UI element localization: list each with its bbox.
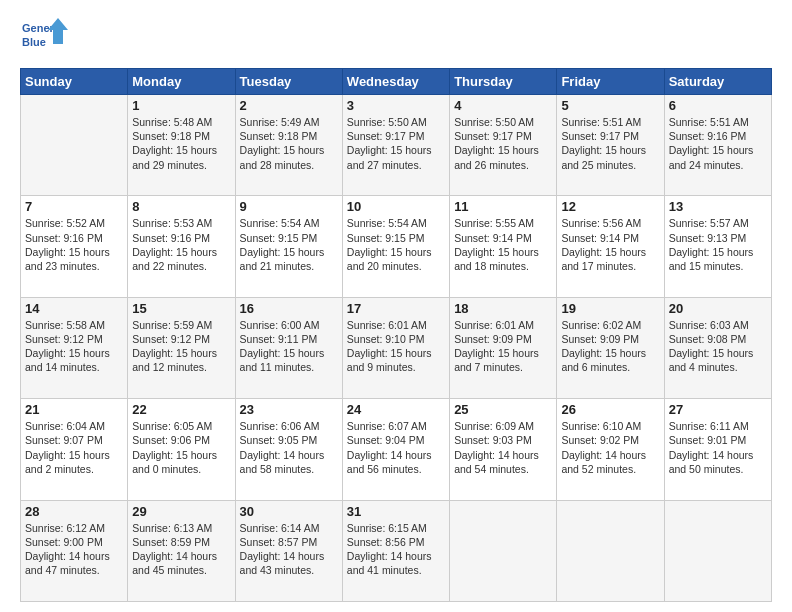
calendar-header-friday: Friday — [557, 69, 664, 95]
day-number: 18 — [454, 301, 552, 316]
calendar-header-row: SundayMondayTuesdayWednesdayThursdayFrid… — [21, 69, 772, 95]
day-info: Sunrise: 5:51 AM Sunset: 9:16 PM Dayligh… — [669, 115, 767, 172]
calendar-cell: 7Sunrise: 5:52 AM Sunset: 9:16 PM Daylig… — [21, 196, 128, 297]
calendar-cell: 15Sunrise: 5:59 AM Sunset: 9:12 PM Dayli… — [128, 297, 235, 398]
day-info: Sunrise: 6:12 AM Sunset: 9:00 PM Dayligh… — [25, 521, 123, 578]
day-info: Sunrise: 6:02 AM Sunset: 9:09 PM Dayligh… — [561, 318, 659, 375]
day-number: 24 — [347, 402, 445, 417]
calendar-cell: 13Sunrise: 5:57 AM Sunset: 9:13 PM Dayli… — [664, 196, 771, 297]
day-info: Sunrise: 5:52 AM Sunset: 9:16 PM Dayligh… — [25, 216, 123, 273]
calendar-cell: 20Sunrise: 6:03 AM Sunset: 9:08 PM Dayli… — [664, 297, 771, 398]
calendar-cell: 9Sunrise: 5:54 AM Sunset: 9:15 PM Daylig… — [235, 196, 342, 297]
calendar-cell: 12Sunrise: 5:56 AM Sunset: 9:14 PM Dayli… — [557, 196, 664, 297]
week-row-5: 28Sunrise: 6:12 AM Sunset: 9:00 PM Dayli… — [21, 500, 772, 601]
day-number: 16 — [240, 301, 338, 316]
week-row-3: 14Sunrise: 5:58 AM Sunset: 9:12 PM Dayli… — [21, 297, 772, 398]
day-number: 1 — [132, 98, 230, 113]
day-number: 26 — [561, 402, 659, 417]
day-number: 19 — [561, 301, 659, 316]
day-info: Sunrise: 5:54 AM Sunset: 9:15 PM Dayligh… — [240, 216, 338, 273]
day-number: 25 — [454, 402, 552, 417]
day-info: Sunrise: 6:11 AM Sunset: 9:01 PM Dayligh… — [669, 419, 767, 476]
day-number: 15 — [132, 301, 230, 316]
day-number: 13 — [669, 199, 767, 214]
calendar-cell: 14Sunrise: 5:58 AM Sunset: 9:12 PM Dayli… — [21, 297, 128, 398]
day-info: Sunrise: 6:09 AM Sunset: 9:03 PM Dayligh… — [454, 419, 552, 476]
calendar-cell: 17Sunrise: 6:01 AM Sunset: 9:10 PM Dayli… — [342, 297, 449, 398]
calendar-cell: 4Sunrise: 5:50 AM Sunset: 9:17 PM Daylig… — [450, 95, 557, 196]
calendar-cell: 23Sunrise: 6:06 AM Sunset: 9:05 PM Dayli… — [235, 399, 342, 500]
calendar-cell: 25Sunrise: 6:09 AM Sunset: 9:03 PM Dayli… — [450, 399, 557, 500]
calendar-cell: 8Sunrise: 5:53 AM Sunset: 9:16 PM Daylig… — [128, 196, 235, 297]
calendar-cell: 26Sunrise: 6:10 AM Sunset: 9:02 PM Dayli… — [557, 399, 664, 500]
day-info: Sunrise: 6:01 AM Sunset: 9:09 PM Dayligh… — [454, 318, 552, 375]
day-info: Sunrise: 6:10 AM Sunset: 9:02 PM Dayligh… — [561, 419, 659, 476]
calendar: SundayMondayTuesdayWednesdayThursdayFrid… — [20, 68, 772, 602]
day-number: 20 — [669, 301, 767, 316]
calendar-cell: 18Sunrise: 6:01 AM Sunset: 9:09 PM Dayli… — [450, 297, 557, 398]
calendar-cell: 2Sunrise: 5:49 AM Sunset: 9:18 PM Daylig… — [235, 95, 342, 196]
calendar-cell: 6Sunrise: 5:51 AM Sunset: 9:16 PM Daylig… — [664, 95, 771, 196]
day-number: 5 — [561, 98, 659, 113]
calendar-cell: 10Sunrise: 5:54 AM Sunset: 9:15 PM Dayli… — [342, 196, 449, 297]
day-number: 9 — [240, 199, 338, 214]
header: General Blue — [20, 16, 772, 58]
week-row-1: 1Sunrise: 5:48 AM Sunset: 9:18 PM Daylig… — [21, 95, 772, 196]
page: General Blue SundayMondayTuesdayWednesda… — [0, 0, 792, 612]
day-info: Sunrise: 5:53 AM Sunset: 9:16 PM Dayligh… — [132, 216, 230, 273]
calendar-cell: 28Sunrise: 6:12 AM Sunset: 9:00 PM Dayli… — [21, 500, 128, 601]
day-number: 11 — [454, 199, 552, 214]
calendar-header-thursday: Thursday — [450, 69, 557, 95]
day-number: 4 — [454, 98, 552, 113]
calendar-cell: 29Sunrise: 6:13 AM Sunset: 8:59 PM Dayli… — [128, 500, 235, 601]
calendar-cell: 30Sunrise: 6:14 AM Sunset: 8:57 PM Dayli… — [235, 500, 342, 601]
day-info: Sunrise: 6:03 AM Sunset: 9:08 PM Dayligh… — [669, 318, 767, 375]
calendar-cell: 16Sunrise: 6:00 AM Sunset: 9:11 PM Dayli… — [235, 297, 342, 398]
day-info: Sunrise: 5:50 AM Sunset: 9:17 PM Dayligh… — [347, 115, 445, 172]
day-info: Sunrise: 5:48 AM Sunset: 9:18 PM Dayligh… — [132, 115, 230, 172]
day-info: Sunrise: 6:06 AM Sunset: 9:05 PM Dayligh… — [240, 419, 338, 476]
day-number: 27 — [669, 402, 767, 417]
logo-svg: General Blue — [20, 16, 70, 58]
day-info: Sunrise: 5:50 AM Sunset: 9:17 PM Dayligh… — [454, 115, 552, 172]
day-info: Sunrise: 6:01 AM Sunset: 9:10 PM Dayligh… — [347, 318, 445, 375]
calendar-cell: 27Sunrise: 6:11 AM Sunset: 9:01 PM Dayli… — [664, 399, 771, 500]
calendar-cell — [450, 500, 557, 601]
calendar-header-wednesday: Wednesday — [342, 69, 449, 95]
day-info: Sunrise: 5:49 AM Sunset: 9:18 PM Dayligh… — [240, 115, 338, 172]
calendar-cell — [557, 500, 664, 601]
day-number: 17 — [347, 301, 445, 316]
day-info: Sunrise: 6:05 AM Sunset: 9:06 PM Dayligh… — [132, 419, 230, 476]
day-number: 14 — [25, 301, 123, 316]
calendar-header-monday: Monday — [128, 69, 235, 95]
calendar-header-sunday: Sunday — [21, 69, 128, 95]
day-info: Sunrise: 5:56 AM Sunset: 9:14 PM Dayligh… — [561, 216, 659, 273]
day-number: 29 — [132, 504, 230, 519]
day-info: Sunrise: 5:58 AM Sunset: 9:12 PM Dayligh… — [25, 318, 123, 375]
calendar-header-saturday: Saturday — [664, 69, 771, 95]
day-number: 22 — [132, 402, 230, 417]
calendar-cell: 3Sunrise: 5:50 AM Sunset: 9:17 PM Daylig… — [342, 95, 449, 196]
calendar-cell: 5Sunrise: 5:51 AM Sunset: 9:17 PM Daylig… — [557, 95, 664, 196]
day-info: Sunrise: 6:13 AM Sunset: 8:59 PM Dayligh… — [132, 521, 230, 578]
day-number: 23 — [240, 402, 338, 417]
day-number: 8 — [132, 199, 230, 214]
day-info: Sunrise: 6:07 AM Sunset: 9:04 PM Dayligh… — [347, 419, 445, 476]
day-info: Sunrise: 6:00 AM Sunset: 9:11 PM Dayligh… — [240, 318, 338, 375]
calendar-cell — [21, 95, 128, 196]
day-number: 2 — [240, 98, 338, 113]
day-info: Sunrise: 5:55 AM Sunset: 9:14 PM Dayligh… — [454, 216, 552, 273]
calendar-cell: 21Sunrise: 6:04 AM Sunset: 9:07 PM Dayli… — [21, 399, 128, 500]
day-info: Sunrise: 5:51 AM Sunset: 9:17 PM Dayligh… — [561, 115, 659, 172]
day-number: 28 — [25, 504, 123, 519]
day-info: Sunrise: 6:14 AM Sunset: 8:57 PM Dayligh… — [240, 521, 338, 578]
day-number: 21 — [25, 402, 123, 417]
calendar-cell: 19Sunrise: 6:02 AM Sunset: 9:09 PM Dayli… — [557, 297, 664, 398]
calendar-cell: 11Sunrise: 5:55 AM Sunset: 9:14 PM Dayli… — [450, 196, 557, 297]
day-info: Sunrise: 5:59 AM Sunset: 9:12 PM Dayligh… — [132, 318, 230, 375]
day-info: Sunrise: 6:15 AM Sunset: 8:56 PM Dayligh… — [347, 521, 445, 578]
day-number: 30 — [240, 504, 338, 519]
day-number: 10 — [347, 199, 445, 214]
calendar-cell: 24Sunrise: 6:07 AM Sunset: 9:04 PM Dayli… — [342, 399, 449, 500]
day-info: Sunrise: 6:04 AM Sunset: 9:07 PM Dayligh… — [25, 419, 123, 476]
